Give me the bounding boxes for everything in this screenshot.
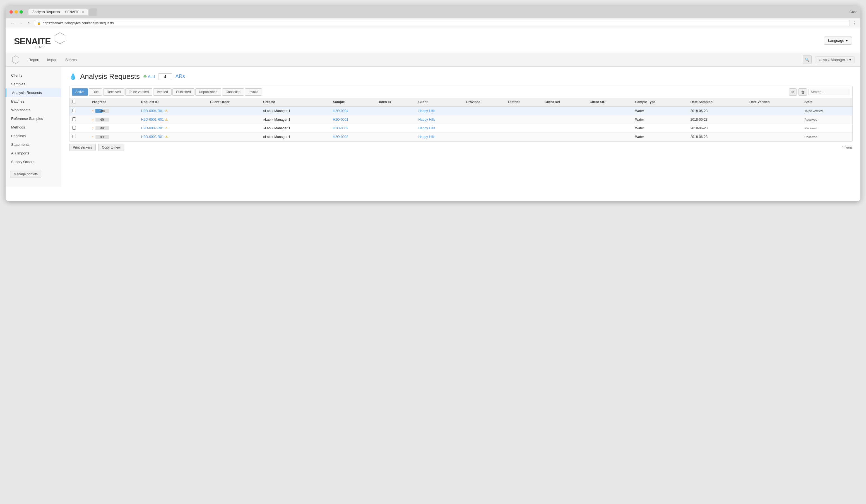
back-button[interactable]: ← xyxy=(10,20,15,26)
sample-link[interactable]: H2O-0002 xyxy=(333,126,348,130)
report-link[interactable]: Report xyxy=(24,56,43,64)
request-id-cell: H2O-0002-R01⚠ xyxy=(138,124,208,133)
request-id-link[interactable]: H2O-0002-R01 xyxy=(141,126,164,130)
user-context-menu[interactable]: »Lab » Manager 1 ▾ xyxy=(815,56,855,63)
client-sid-cell xyxy=(587,106,632,115)
client-link[interactable]: Happy Hills xyxy=(418,135,435,139)
col-header-State: State xyxy=(801,98,852,106)
sidebar-item-worksheets[interactable]: Worksheets xyxy=(5,106,61,114)
import-link[interactable]: Import xyxy=(43,56,62,64)
svg-marker-1 xyxy=(12,56,19,64)
progress-bar: 0% xyxy=(96,118,109,122)
add-link[interactable]: ⊕ Add xyxy=(143,74,155,79)
priority-icon: ↑ xyxy=(92,109,94,113)
tab-close-icon[interactable]: ✕ xyxy=(82,11,84,14)
client-cell: Happy Hills xyxy=(415,133,463,141)
client-link[interactable]: Happy Hills xyxy=(418,109,435,113)
status-tab-to-be-verified[interactable]: To be verified xyxy=(125,88,152,95)
new-tab[interactable] xyxy=(89,8,97,15)
maximize-button[interactable] xyxy=(20,10,23,14)
secure-icon: 🔒 xyxy=(37,22,41,25)
status-tab-invalid[interactable]: Invalid xyxy=(245,88,262,95)
forward-button[interactable]: → xyxy=(18,20,24,26)
content-area: 💧 Analysis Requests ⊕ Add ARs ActiveDueR… xyxy=(62,67,861,187)
sidebar-item-statements[interactable]: Statements xyxy=(5,140,61,149)
table-actions: Print stickers Copy to new xyxy=(69,144,126,151)
search-button[interactable]: 🔍 xyxy=(803,55,812,64)
address-field[interactable]: 🔒 https://senaite.ridingbytes.com/analys… xyxy=(34,20,850,26)
count-input[interactable] xyxy=(158,73,172,80)
minimize-button[interactable] xyxy=(14,10,18,14)
client-order-cell xyxy=(207,133,260,141)
client-link[interactable]: Happy Hills xyxy=(418,118,435,122)
copy-to-new-button[interactable]: Copy to new xyxy=(98,144,124,151)
browser-titlebar: Analysis Requests — SENAITE ✕ Gast xyxy=(5,5,861,19)
sample-link[interactable]: H2O-0001 xyxy=(333,118,348,122)
progress-label: 0% xyxy=(96,118,109,121)
sample-type-cell: Water xyxy=(632,115,688,124)
priority-icon: ↑ xyxy=(92,135,94,139)
language-button[interactable]: Language ▾ xyxy=(824,36,852,45)
ars-link[interactable]: ARs xyxy=(176,73,185,79)
status-tab-published[interactable]: Published xyxy=(173,88,195,95)
user-label: Gast xyxy=(850,10,856,14)
search-icon: 🔍 xyxy=(805,58,809,62)
sidebar-item-ar-imports[interactable]: AR Imports xyxy=(5,149,61,158)
col-header-Date Verified: Date Verified xyxy=(747,98,801,106)
sample-type-cell: Water xyxy=(632,106,688,115)
sidebar-item-samples[interactable]: Samples xyxy=(5,80,61,88)
sidebar-item-analysis-requests[interactable]: Analysis Requests xyxy=(5,88,61,97)
status-tab-verified[interactable]: Verified xyxy=(153,88,171,95)
active-tab[interactable]: Analysis Requests — SENAITE ✕ xyxy=(29,9,88,15)
col-header-Request ID: Request ID xyxy=(138,98,208,106)
status-tab-due[interactable]: Due xyxy=(89,88,102,95)
status-tab-cancelled[interactable]: Cancelled xyxy=(222,88,244,95)
more-button[interactable]: ⋮ xyxy=(852,21,856,26)
delete-icon-button[interactable]: 🗑 xyxy=(799,88,807,95)
page-title: Analysis Requests xyxy=(80,72,140,81)
add-label: Add xyxy=(148,75,155,79)
col-header-Province: Province xyxy=(463,98,505,106)
request-id-link[interactable]: H2O-0001-R01 xyxy=(141,118,164,122)
district-cell xyxy=(505,133,542,141)
sidebar-item-clients[interactable]: Clients xyxy=(5,71,61,80)
logo-hex-icon xyxy=(54,32,66,44)
row-checkbox[interactable] xyxy=(72,109,76,112)
client-link[interactable]: Happy Hills xyxy=(418,126,435,130)
date-verified-cell xyxy=(747,115,801,124)
state-badge: Received xyxy=(804,127,817,130)
client-cell: Happy Hills xyxy=(415,115,463,124)
print-stickers-button[interactable]: Print stickers xyxy=(69,144,96,151)
status-tab-unpublished[interactable]: Unpublished xyxy=(195,88,221,95)
select-all-checkbox[interactable] xyxy=(72,100,76,103)
request-id-link[interactable]: H2O-0004-R01 xyxy=(141,109,164,113)
close-button[interactable] xyxy=(10,10,13,14)
sidebar-item-reference-samples[interactable]: Reference Samples xyxy=(5,114,61,123)
search-link[interactable]: Search xyxy=(62,56,81,64)
row-checkbox-cell xyxy=(69,106,89,115)
request-id-link[interactable]: H2O-0003-R01 xyxy=(141,135,164,139)
table-search-input[interactable] xyxy=(808,89,850,95)
table-header-row: ProgressRequest IDClient OrderCreatorSam… xyxy=(69,98,852,106)
sidebar-item-pricelists[interactable]: Pricelists xyxy=(5,131,61,140)
status-tab-received[interactable]: Received xyxy=(103,88,124,95)
sidebar-item-methods[interactable]: Methods xyxy=(5,123,61,131)
col-header-Client Order: Client Order xyxy=(207,98,260,106)
warning-icon: ⚠ xyxy=(165,126,168,130)
sidebar-item-batches[interactable]: Batches xyxy=(5,97,61,106)
reload-button[interactable]: ↻ xyxy=(26,20,32,26)
row-checkbox[interactable] xyxy=(72,126,76,130)
manage-portlets-button[interactable]: Manage portlets xyxy=(10,171,41,178)
sample-link[interactable]: H2O-0004 xyxy=(333,109,348,113)
sidebar: ClientsSamplesAnalysis RequestsBatchesWo… xyxy=(5,67,62,187)
creator-cell: »Lab » Manager 1 xyxy=(260,106,330,115)
progress-bar: 0% xyxy=(96,126,109,130)
sidebar-item-supply-orders[interactable]: Supply Orders xyxy=(5,158,61,166)
sample-link[interactable]: H2O-0003 xyxy=(333,135,348,139)
row-checkbox[interactable] xyxy=(72,135,76,138)
row-checkbox[interactable] xyxy=(72,117,76,121)
page-header: 💧 Analysis Requests ⊕ Add ARs xyxy=(69,72,853,81)
copy-icon-button[interactable]: ⧉ xyxy=(789,88,797,95)
province-cell xyxy=(463,106,505,115)
status-tab-active[interactable]: Active xyxy=(72,88,88,95)
